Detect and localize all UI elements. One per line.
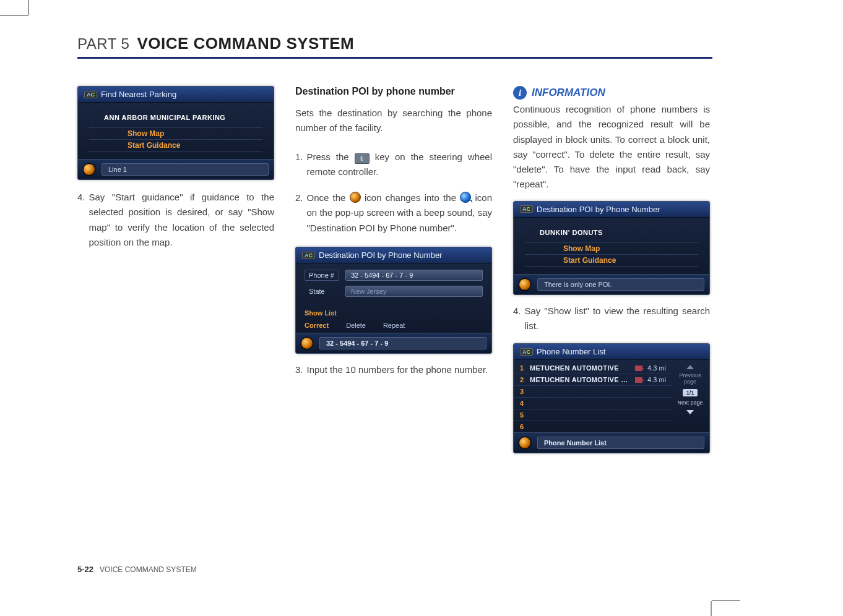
flag-icon (635, 377, 642, 383)
voice-key-icon (355, 153, 370, 164)
step-number: 2. (295, 190, 303, 236)
list-item: 6 (514, 421, 672, 432)
status-bar: There is only one POI. (514, 274, 709, 294)
page-indicator: 1/1 (683, 389, 698, 396)
flag-icon (635, 366, 642, 371)
status-bar: Phone Number List (514, 432, 709, 453)
start-guidance-link[interactable]: Start Guidance (525, 255, 698, 267)
step-2-text: Once the icon changes into the icon on t… (307, 190, 492, 236)
phone-input[interactable]: 32 - 5494 - 67 - 7 - 9 (345, 270, 483, 281)
screenshot-find-nearest-parking: AC Find Nearest Parking ANN ARBOR MUNICI… (77, 86, 274, 180)
voice-orb-icon (519, 278, 531, 291)
panel-title-bar: AC Destination POI by Phone Number (296, 247, 491, 263)
previous-page-label[interactable]: Previous page (675, 373, 706, 385)
panel-title: Phone Number List (537, 347, 605, 356)
next-page-label[interactable]: Next page (677, 400, 702, 406)
voice-orb-icon (519, 437, 531, 449)
state-label: State (305, 288, 339, 295)
selected-poi-name: DUNKIN' DONUTS (525, 225, 698, 242)
step-4b-text: Say "Show list" to view the resulting se… (525, 304, 710, 334)
list-item[interactable]: 1 METUCHEN AUTOMOTIVE 4.3 mi (514, 362, 672, 374)
phone-row: Phone # 32 - 5494 - 67 - 7 - 9 (298, 267, 489, 283)
list-item: 5 (514, 409, 672, 421)
screenshot-dest-poi-phone-entry: AC Destination POI by Phone Number Phone… (295, 247, 492, 354)
page-number: 5-22 (77, 565, 93, 574)
ac-badge-icon: AC (520, 348, 533, 356)
status-text: There is only one POI. (537, 278, 704, 291)
speaking-orb-icon (460, 192, 471, 203)
status-text: Phone Number List (537, 437, 704, 449)
step-4-text: Say "Start guidance" if guidance to the … (89, 190, 274, 250)
voice-orb-icon (301, 337, 313, 349)
listening-orb-icon (350, 192, 361, 203)
information-heading: i INFORMATION (513, 86, 710, 100)
start-guidance-link[interactable]: Start Guidance (89, 140, 262, 152)
show-map-link[interactable]: Show Map (525, 242, 698, 255)
info-icon: i (513, 86, 527, 100)
page-footer: 5-22 VOICE COMMAND SYSTEM (77, 565, 197, 574)
list-item: 3 (514, 385, 672, 397)
arrow-down-icon[interactable] (686, 410, 694, 414)
step-number: 4. (77, 190, 85, 250)
selected-poi-name: ANN ARBOR MUNICIPAL PARKING (89, 110, 262, 127)
part-number: PART 5 (77, 35, 129, 53)
panel-body: ANN ARBOR MUNICIPAL PARKING Show Map Sta… (78, 103, 274, 159)
footer-section: VOICE COMMAND SYSTEM (100, 565, 197, 574)
screenshot-dest-poi-result: AC Destination POI by Phone Number DUNKI… (513, 201, 710, 295)
cmd-repeat[interactable]: Repeat (383, 322, 405, 329)
list-item: 4 (514, 397, 672, 409)
state-row: State New Jersey (298, 283, 489, 299)
status-bar: Line 1 (78, 159, 274, 179)
panel-title-bar: AC Find Nearest Parking (78, 87, 274, 103)
part-title: VOICE COMMAND SYSTEM (137, 34, 354, 53)
panel-title: Destination POI by Phone Number (319, 250, 442, 260)
status-text: 32 - 5494 - 67 - 7 - 9 (319, 337, 486, 349)
cmd-correct[interactable]: Correct (305, 322, 329, 329)
screenshot-phone-number-list: AC Phone Number List 1 METUCHEN AUTOMOTI… (513, 343, 710, 453)
step-number: 1. (295, 150, 303, 180)
ac-badge-icon: AC (520, 205, 533, 213)
command-row-2: Correct Delete Repeat (298, 320, 489, 333)
panel-title-bar: AC Destination POI by Phone Number (514, 202, 709, 218)
section-header: PART 5 VOICE COMMAND SYSTEM (77, 34, 712, 59)
arrow-up-icon[interactable] (686, 365, 694, 369)
panel-title: Find Nearest Parking (101, 90, 176, 99)
info-body-text: Continuous recognition of phone numbers … (513, 102, 710, 192)
ac-badge-icon: AC (302, 252, 315, 259)
list-item[interactable]: 2 METUCHEN AUTOMOTIVE S... 4.3 mi (514, 374, 672, 385)
phone-label: Phone # (305, 270, 339, 281)
intro-text: Sets the destination by searching the ph… (295, 106, 492, 136)
status-text: Line 1 (102, 163, 269, 176)
panel-body: DUNKIN' DONUTS Show Map Start Guidance (514, 218, 709, 274)
info-title: INFORMATION (532, 87, 605, 99)
state-input[interactable]: New Jersey (345, 286, 483, 297)
step-3-text: Input the 10 numbers for the phone numbe… (307, 362, 492, 377)
page-controls: Previous page 1/1 Next page (675, 365, 706, 414)
cmd-delete[interactable]: Delete (346, 322, 366, 329)
step-number: 3. (295, 362, 303, 377)
ac-badge-icon: AC (84, 91, 97, 98)
panel-title-bar: AC Phone Number List (514, 344, 709, 360)
show-map-link[interactable]: Show Map (89, 127, 262, 140)
command-row: Show List (298, 308, 489, 320)
panel-title: Destination POI by Phone Number (537, 205, 660, 214)
cmd-show-list[interactable]: Show List (305, 309, 337, 317)
subheading-destination-poi-phone: Destination POI by phone number (295, 86, 492, 97)
step-number: 4. (513, 304, 521, 334)
voice-orb-icon (83, 163, 95, 176)
step-1-text: Press the key on the steering wheel remo… (307, 150, 492, 180)
status-bar: 32 - 5494 - 67 - 7 - 9 (296, 333, 491, 353)
